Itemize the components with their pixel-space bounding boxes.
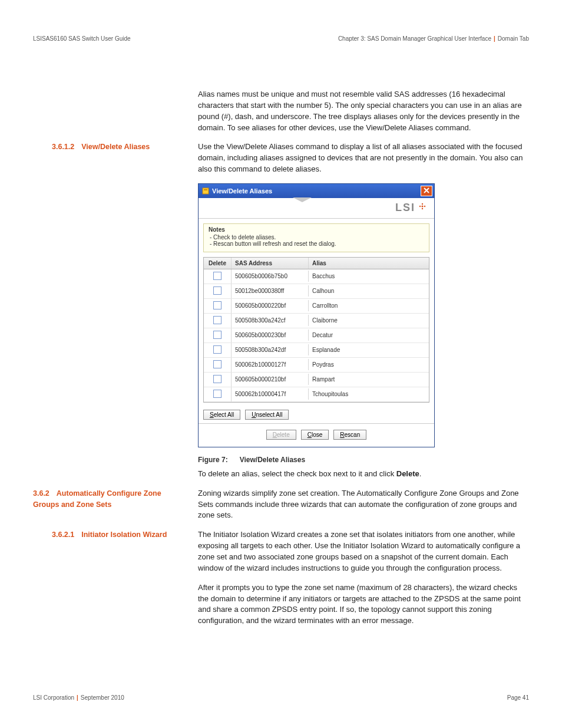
lsi-logo: LSI: [395, 202, 427, 214]
col-delete: Delete: [204, 258, 232, 269]
alias-cell: Decatur: [309, 330, 429, 341]
notes-title: Notes: [209, 226, 424, 233]
heading-3-6-2-1: 3.6.2.1Initiator Isolation Wizard: [33, 529, 187, 541]
sas-address-cell: 500062b10000127f: [232, 359, 309, 370]
svg-rect-0: [203, 188, 209, 194]
table-row: 500605b0000210bfRampart: [204, 373, 429, 387]
alias-cell: Calhoun: [309, 285, 429, 297]
page-footer: LSI Corporation|September 2010 Page 41: [33, 694, 529, 701]
figure-caption: Figure 7:View/Delete Aliases: [198, 456, 529, 464]
table-row: 500605b0000230bfDecatur: [204, 328, 429, 343]
close-button[interactable]: [421, 186, 432, 196]
table-row: 500605b0006b75b0Bacchus: [204, 269, 429, 284]
alias-cell: Esplanade: [309, 344, 429, 355]
header-right: Chapter 3: SAS Domain Manager Graphical …: [338, 35, 529, 42]
svg-point-5: [422, 208, 423, 209]
selection-buttons: Select All Unselect All: [199, 406, 434, 423]
alias-cell: Carrollton: [309, 300, 429, 311]
heading-3-6-2: 3.6.2Automatically Configure Zone Groups…: [33, 488, 187, 510]
sas-address-cell: 500605b0000230bf: [232, 330, 309, 341]
delete-checkbox[interactable]: [213, 272, 222, 280]
sas-address-cell: 500605b0006b75b0: [232, 271, 309, 282]
col-sas: SAS Address: [232, 258, 309, 269]
alias-intro-paragraph: Alias names must be unique and must not …: [198, 89, 529, 133]
sas-address-cell: 500508b300a242cf: [232, 315, 309, 326]
rescan-button[interactable]: Rescan: [333, 430, 366, 440]
delete-checkbox[interactable]: [213, 331, 222, 339]
delete-checkbox[interactable]: [213, 390, 222, 398]
sas-address-cell: 500605b0000210bf: [232, 374, 309, 385]
table-row: 500605b0000220bfCarrollton: [204, 299, 429, 314]
heading-3-6-1-2: 3.6.1.2View/Delete Aliases: [33, 141, 187, 153]
close-dialog-button[interactable]: Close: [301, 430, 329, 440]
unselect-all-button[interactable]: Unselect All: [245, 410, 289, 420]
notes-line-1: - Check to delete aliases.: [210, 234, 424, 241]
delete-button[interactable]: Delete: [266, 430, 296, 440]
delete-checkbox[interactable]: [213, 375, 222, 383]
svg-point-4: [424, 206, 425, 207]
footer-right: Page 41: [507, 694, 529, 701]
alias-cell: Rampart: [309, 374, 429, 385]
sas-address-cell: 50012be0000380ff: [232, 285, 309, 297]
delete-instruction: To delete an alias, select the check box…: [198, 469, 529, 480]
dialog-titlebar: View/Delete Aliases: [199, 184, 434, 198]
page-header: LSISAS6160 SAS Switch User Guide Chapter…: [33, 35, 529, 42]
auto-configure-paragraph: Zoning wizards simplify zone set creatio…: [198, 488, 529, 522]
header-left: LSISAS6160 SAS Switch User Guide: [33, 35, 131, 42]
brand-strip: LSI: [199, 198, 434, 219]
dialog-title: View/Delete Aliases: [212, 187, 272, 195]
delete-checkbox[interactable]: [213, 301, 222, 309]
svg-point-2: [419, 206, 421, 207]
sas-address-cell: 500508b300a242df: [232, 344, 309, 355]
notes-box: Notes - Check to delete aliases. - Resca…: [203, 223, 429, 252]
action-buttons: Delete Close Rescan: [199, 423, 434, 447]
alias-cell: Bacchus: [309, 271, 429, 282]
svg-point-6: [421, 206, 423, 207]
lsi-logo-icon: [418, 202, 427, 214]
select-all-button[interactable]: Select All: [203, 410, 240, 420]
delete-checkbox[interactable]: [213, 360, 222, 368]
window-icon: [202, 187, 209, 195]
table-header: Delete SAS Address Alias: [204, 258, 429, 269]
table-row: 500062b10000417fTchoupitoulas: [204, 387, 429, 402]
view-delete-aliases-dialog: View/Delete Aliases LSI: [198, 183, 435, 447]
alias-cell: Tchoupitoulas: [309, 388, 429, 400]
delete-checkbox[interactable]: [213, 286, 222, 295]
table-row: 50012be0000380ffCalhoun: [204, 284, 429, 299]
table-row: 500508b300a242cfClaiborne: [204, 314, 429, 328]
sas-address-cell: 500605b0000220bf: [232, 300, 309, 311]
svg-rect-1: [204, 189, 207, 190]
col-alias: Alias: [309, 258, 429, 269]
table-row: 500062b10000127fPoydras: [204, 358, 429, 373]
delete-checkbox[interactable]: [213, 316, 222, 324]
svg-point-3: [422, 203, 423, 205]
table-row: 500508b300a242dfEsplanade: [204, 343, 429, 358]
view-delete-aliases-paragraph: Use the View/Delete Aliases command to d…: [198, 141, 529, 175]
close-icon: [424, 187, 429, 195]
initiator-wizard-para-1: The Initiator Isolation Wizard creates a…: [198, 529, 529, 574]
alias-cell: Claiborne: [309, 315, 429, 326]
alias-table: Delete SAS Address Alias 500605b0006b75b…: [203, 257, 429, 403]
footer-left: LSI Corporation|September 2010: [33, 694, 124, 701]
sas-address-cell: 500062b10000417f: [232, 388, 309, 400]
initiator-wizard-para-2: After it prompts you to type the zone se…: [198, 582, 529, 627]
delete-checkbox[interactable]: [213, 345, 222, 354]
notes-line-2: - Rescan button will refresh and reset t…: [210, 241, 424, 247]
alias-cell: Poydras: [309, 359, 429, 370]
